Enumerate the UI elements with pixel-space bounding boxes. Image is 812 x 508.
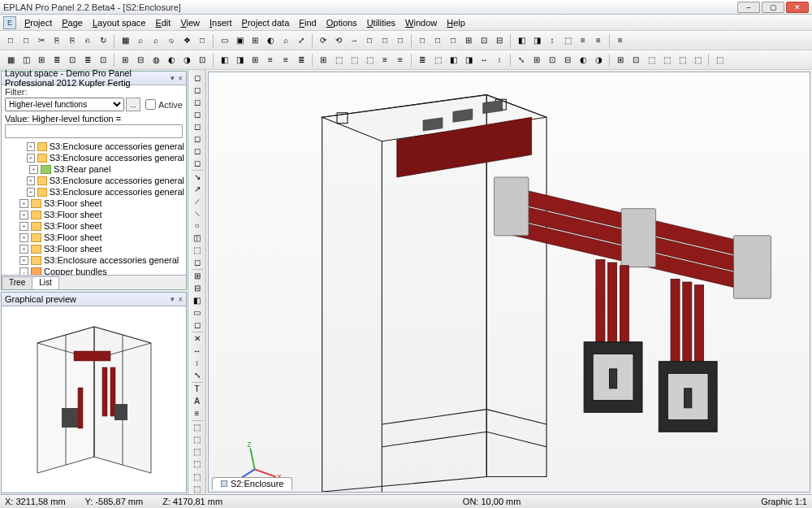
filter-active-checkbox[interactable]: Active <box>145 98 183 111</box>
tree-row[interactable]: -Copper bundles <box>3 266 184 275</box>
tree-row[interactable]: +S3:Rear panel <box>3 163 184 175</box>
tb1-btn-25[interactable]: □ <box>415 33 430 48</box>
vtb-btn-33[interactable]: ⬚ <box>190 422 205 433</box>
menu-edit[interactable]: Edit <box>150 16 175 29</box>
tb1-btn-9[interactable]: ⌕ <box>149 33 163 48</box>
tb2-btn-13[interactable]: ◧ <box>217 53 231 67</box>
tb1-btn-11[interactable]: ❖ <box>179 33 194 48</box>
tb1-btn-34[interactable]: ⬚ <box>560 33 575 48</box>
tree-row[interactable]: +S3:Enclosure accessories general <box>3 152 184 163</box>
tb1-btn-37[interactable]: ≡ <box>613 33 628 48</box>
tb2-btn-28[interactable]: ◨ <box>461 53 476 67</box>
vtb-btn-11[interactable]: ⟋ <box>190 195 205 206</box>
vtb-btn-25[interactable]: ↔ <box>190 345 205 357</box>
tree-expand-icon[interactable]: + <box>27 154 35 163</box>
tb2-btn-9[interactable]: ◍ <box>149 53 163 67</box>
tree-row[interactable]: +S3:Floor sheet <box>3 232 184 243</box>
menu-layout-space[interactable]: Layout space <box>88 16 150 29</box>
tree-expand-icon[interactable]: - <box>19 267 28 276</box>
tb2-btn-22[interactable]: ⬚ <box>362 53 377 67</box>
menu-utilities[interactable]: Utilities <box>362 16 400 29</box>
tb1-btn-36[interactable]: ≡ <box>591 33 606 48</box>
tb1-btn-27[interactable]: □ <box>446 33 460 48</box>
vtb-btn-31[interactable]: ≡ <box>190 408 205 419</box>
vtb-btn-3[interactable]: ◻ <box>190 108 205 119</box>
tb1-btn-14[interactable]: ▣ <box>232 33 247 48</box>
vtb-btn-7[interactable]: ◻ <box>190 157 205 168</box>
tb2-btn-29[interactable]: ↔ <box>477 53 491 67</box>
tb2-btn-8[interactable]: ⊟ <box>133 53 148 67</box>
tb1-btn-15[interactable]: ⊞ <box>248 33 262 48</box>
tb2-btn-39[interactable]: ⬚ <box>644 53 659 67</box>
tb2-btn-1[interactable]: ◫ <box>19 53 33 67</box>
vtb-btn-34[interactable]: ⬚ <box>190 434 205 445</box>
filter-combo[interactable]: Higher-level functions <box>5 98 124 111</box>
tb1-btn-1[interactable]: □ <box>19 33 33 48</box>
tree-expand-icon[interactable]: + <box>19 256 28 265</box>
minimize-button[interactable]: – <box>737 2 760 13</box>
tb1-btn-26[interactable]: □ <box>430 33 445 48</box>
tree-expand-icon[interactable]: + <box>19 211 28 219</box>
vtb-btn-37[interactable]: ⬚ <box>190 471 205 482</box>
tb1-btn-0[interactable]: □ <box>3 33 18 48</box>
tb2-btn-16[interactable]: ≡ <box>263 53 278 67</box>
tb2-btn-31[interactable]: ⤡ <box>514 53 529 67</box>
tb1-btn-21[interactable]: → <box>347 33 361 48</box>
tab-tree[interactable]: Tree <box>2 276 32 289</box>
vtb-btn-14[interactable]: ◫ <box>190 232 205 244</box>
tb2-btn-37[interactable]: ⊞ <box>613 53 628 67</box>
tb2-btn-6[interactable]: ⊡ <box>96 53 110 67</box>
tree-row[interactable]: +S3:Enclosure accessories general <box>3 186 184 198</box>
tb2-btn-27[interactable]: ◧ <box>446 53 460 67</box>
tb1-btn-5[interactable]: ⎌ <box>80 33 95 48</box>
tree-row[interactable]: +S3:Enclosure accessories general <box>3 175 184 186</box>
tb1-btn-31[interactable]: ◧ <box>514 33 529 48</box>
tb2-btn-35[interactable]: ◐ <box>576 53 590 67</box>
tb1-btn-19[interactable]: ⟳ <box>316 33 330 48</box>
tb1-btn-23[interactable]: □ <box>378 33 392 48</box>
doc-tab-enclosure[interactable]: S2:Enclosure <box>212 477 292 490</box>
tb2-btn-3[interactable]: ≣ <box>50 53 64 67</box>
tb2-btn-21[interactable]: ⬚ <box>347 53 361 67</box>
tree-expand-icon[interactable]: + <box>29 165 38 174</box>
vtb-btn-9[interactable]: ↘ <box>190 171 205 182</box>
tb2-btn-32[interactable]: ⊞ <box>529 53 544 67</box>
tb1-btn-28[interactable]: ⊞ <box>461 33 476 48</box>
tb2-btn-34[interactable]: ⊟ <box>560 53 575 67</box>
tb1-btn-20[interactable]: ⟲ <box>331 33 346 48</box>
tree-expand-icon[interactable]: + <box>19 199 28 208</box>
tb2-btn-0[interactable]: ▦ <box>3 53 18 67</box>
tb2-btn-40[interactable]: ⬚ <box>659 53 674 67</box>
tree-row[interactable]: +S3:Floor sheet <box>3 209 184 220</box>
vtb-btn-16[interactable]: ◻ <box>190 257 205 268</box>
vtb-btn-4[interactable]: ◻ <box>190 120 205 132</box>
tb1-btn-13[interactable]: ▭ <box>217 33 231 48</box>
vtb-btn-29[interactable]: T <box>190 384 205 395</box>
vtb-btn-12[interactable]: ⟍ <box>190 207 205 219</box>
vtb-btn-5[interactable]: ◻ <box>190 132 205 144</box>
tree-expand-icon[interactable]: + <box>19 222 28 231</box>
tb1-btn-16[interactable]: ◐ <box>263 33 278 48</box>
tb1-btn-2[interactable]: ✂ <box>34 33 49 48</box>
vtb-btn-26[interactable]: ↕ <box>190 358 205 369</box>
tb1-btn-32[interactable]: ◨ <box>529 33 544 48</box>
tb2-btn-30[interactable]: ↕ <box>492 53 507 67</box>
menu-find[interactable]: Find <box>294 16 321 29</box>
vtb-btn-35[interactable]: ⬚ <box>190 446 205 458</box>
tree-expand-icon[interactable]: + <box>27 188 35 197</box>
vtb-btn-15[interactable]: ⬚ <box>190 245 205 256</box>
vtb-btn-30[interactable]: A <box>190 396 205 407</box>
menu-page[interactable]: Page <box>57 16 88 29</box>
tree-row[interactable]: +S3:Floor sheet <box>3 198 184 209</box>
panel-close-icon[interactable]: × <box>178 74 183 83</box>
vtb-btn-13[interactable]: ○ <box>190 220 205 232</box>
tb2-btn-7[interactable]: ⊞ <box>118 53 132 67</box>
tree-view[interactable]: +S3:Enclosure accessories general+S3:Enc… <box>2 139 186 275</box>
tb2-btn-2[interactable]: ⊞ <box>34 53 49 67</box>
vtb-btn-36[interactable]: ⬚ <box>190 458 205 470</box>
tb2-btn-12[interactable]: ⊡ <box>195 53 209 67</box>
tb1-btn-18[interactable]: ⤢ <box>294 33 309 48</box>
tb2-btn-4[interactable]: ⊡ <box>65 53 80 67</box>
tb2-btn-11[interactable]: ◑ <box>179 53 194 67</box>
vtb-btn-19[interactable]: ⊟ <box>190 283 205 294</box>
